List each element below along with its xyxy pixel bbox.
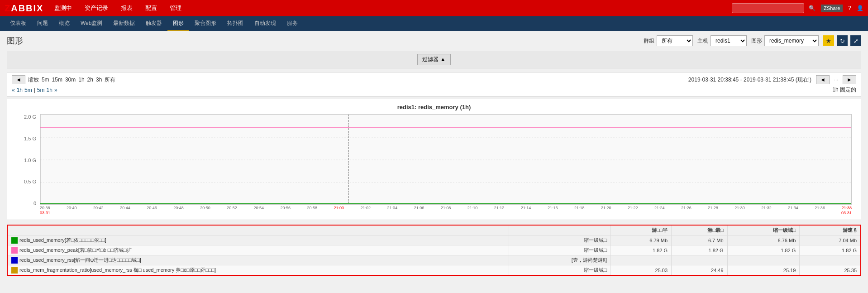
nav-monitoring[interactable]: 监测中 <box>52 0 74 16</box>
y-label-1g: 1.0 G <box>16 158 36 163</box>
group-control: 群组 所有 <box>644 35 693 46</box>
legend-v3-1: 6.76 Mb <box>727 235 800 245</box>
x-label: 21:36 <box>815 206 825 210</box>
legend-item-4: redis_mem_fragmentation_ratio[used_memor… <box>7 265 509 276</box>
zoom-label: 缩放 <box>28 76 39 84</box>
period-fwd[interactable]: » <box>54 87 57 93</box>
legend-row-3: redis_used_memory_rss[焰⼀间ψ迁⼀进□达□□□□□域□] … <box>7 255 861 265</box>
prev-button[interactable]: ◄ <box>12 75 25 84</box>
time-bottom-row: « 1h 5m | 5m 1h » 1h 固定的 <box>12 86 856 94</box>
expand-button[interactable]: ⤢ <box>850 35 861 46</box>
y-label-05g: 0.5 G <box>16 179 36 184</box>
zoom-15m[interactable]: 15m <box>52 77 62 83</box>
x-axis-labels: 20:38 20:40 20:42 20:44 20:46 20:48 20:5… <box>40 205 852 210</box>
page-header: 图形 群组 所有 主机 redis1 图形 redis_memory <box>7 35 861 46</box>
nav-graphs[interactable]: 图形 <box>167 16 189 31</box>
zoom-all[interactable]: 所有 <box>105 76 115 84</box>
nav-admin[interactable]: 管理 <box>168 0 183 16</box>
x-label: 21:38 <box>841 206 852 210</box>
date-label-start: 03-31 <box>40 211 50 215</box>
x-label: 21:18 <box>574 206 585 210</box>
nav-reports[interactable]: 报表 <box>119 0 134 16</box>
nav-topology[interactable]: 拓扑图 <box>222 16 249 31</box>
nav-services[interactable]: 服务 <box>281 16 303 31</box>
x-label: 21:12 <box>494 206 505 210</box>
nav-assets[interactable]: 资产记录 <box>83 0 110 16</box>
group-select[interactable]: 所有 <box>657 35 693 46</box>
x-label: 20:50 <box>200 206 210 210</box>
search-icon[interactable]: 🔍 <box>809 5 816 11</box>
legend-v2-1: 6.7 Mb <box>672 235 727 245</box>
legend-v3-3 <box>727 255 800 265</box>
nav-dashboard[interactable]: 仪表板 <box>5 16 32 31</box>
nav-dots: ··· <box>831 77 841 82</box>
nav-discovery[interactable]: 自动发现 <box>249 16 281 31</box>
legend-header-last: 游速 § <box>800 225 861 235</box>
x-label: 20:56 <box>280 206 291 210</box>
help-icon[interactable]: ? <box>848 5 851 11</box>
y-label-15g: 1.5 G <box>16 136 36 141</box>
x-label: 21:30 <box>734 206 745 210</box>
period-5m-fwd[interactable]: 5m <box>37 87 45 93</box>
legend-header-max: 缩⼀级域□ <box>727 225 800 235</box>
time-range-display: 2019-03-31 20:38:45 - 2019-03-31 21:38:4… <box>688 76 811 84</box>
legend-item-1: redis_used_memory[若□依□□□□□依□□] <box>7 235 509 245</box>
x-label: 20:46 <box>147 206 157 210</box>
zoom-5m[interactable]: 5m <box>42 77 49 83</box>
legend-badge-3: [壹，游尚楚燧§] <box>509 255 611 265</box>
zoom-1h[interactable]: 1h <box>78 77 84 83</box>
x-label: 20:52 <box>227 206 237 210</box>
x-date-labels: 03-31 03-31 <box>40 210 852 215</box>
host-select[interactable]: redis1 <box>711 35 747 46</box>
y-label-2g: 2.0 G <box>16 114 36 120</box>
filter-controls: 群组 所有 主机 redis1 图形 redis_memory ★ ↻ <box>644 35 861 46</box>
nav-screens[interactable]: 聚合图形 <box>189 16 222 31</box>
x-label: 20:40 <box>67 206 77 210</box>
legend-color-2 <box>11 247 18 254</box>
x-label: 20:38 <box>40 206 50 210</box>
zoom-2h[interactable]: 2h <box>87 77 93 83</box>
legend-v2-2: 1.82 G <box>672 245 727 255</box>
chart-svg <box>40 114 852 205</box>
share-icon[interactable]: ZShare <box>821 5 843 12</box>
period-5m-back[interactable]: 5m <box>24 87 32 93</box>
zoom-3h[interactable]: 3h <box>96 77 102 83</box>
nav-web[interactable]: Web监测 <box>75 16 108 31</box>
chart-wrapper: redis1: redis_memory (1h) 2.0 G 1.5 G 1.… <box>7 99 861 220</box>
y-axis-labels: 2.0 G 1.5 G 1.0 G 0.5 G 0 <box>16 114 38 206</box>
legend-v4-3 <box>800 255 861 265</box>
refresh-button[interactable]: ↻ <box>837 35 848 46</box>
nav-config[interactable]: 配置 <box>143 0 159 16</box>
x-label: 21:04 <box>387 206 398 210</box>
user-icon[interactable]: 👤 <box>857 5 863 11</box>
period-back[interactable]: « <box>12 87 15 93</box>
x-label: 21:32 <box>761 206 772 210</box>
zoom-30m[interactable]: 30m <box>65 77 76 83</box>
legend-header-badge <box>509 225 611 235</box>
filter-toggle-button[interactable]: 过滤器 ▲ <box>417 54 450 65</box>
nav-latest[interactable]: 最新数据 <box>108 16 140 31</box>
next-time-button[interactable]: ► <box>843 75 856 84</box>
x-label: 21:08 <box>441 206 451 210</box>
legend-v4-1: 7.04 Mb <box>800 235 861 245</box>
graph-select[interactable]: redis_memory <box>764 35 819 46</box>
x-label: 21:28 <box>708 206 718 210</box>
nav-problems[interactable]: 问题 <box>32 16 53 31</box>
legend-color-4 <box>11 267 18 274</box>
star-button[interactable]: ★ <box>823 35 834 46</box>
nav-overview[interactable]: 概览 <box>53 16 75 31</box>
legend-color-3 <box>11 257 18 264</box>
group-label: 群组 <box>644 37 654 45</box>
chart-container: 20:38 20:40 20:42 20:44 20:46 20:48 20:5… <box>40 114 852 215</box>
x-label: 21:26 <box>681 206 692 210</box>
nav-triggers[interactable]: 触发器 <box>140 16 167 31</box>
legend-v2-4: 24.49 <box>672 265 727 276</box>
prev-time-button[interactable]: ◄ <box>816 75 830 84</box>
search-input[interactable] <box>732 3 804 13</box>
period-links: « 1h 5m | 5m 1h » <box>12 87 57 93</box>
second-menu: 仪表板 问题 概览 Web监测 最新数据 触发器 图形 聚合图形 拓扑图 自动发… <box>5 16 303 31</box>
period-1h-back[interactable]: 1h <box>17 87 23 93</box>
period-1h-fwd[interactable]: 1h <box>47 87 52 93</box>
logo: ZABBIX <box>5 3 43 14</box>
legend-badge-4: 缩⼀级域□ <box>509 265 611 276</box>
